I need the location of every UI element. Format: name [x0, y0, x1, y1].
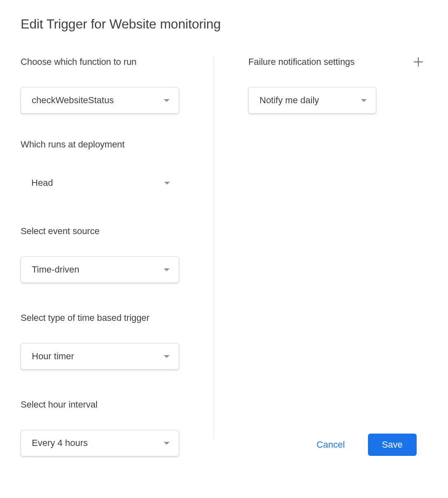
edit-trigger-dialog: Edit Trigger for Website monitoring Choo…: [0, 0, 448, 486]
chevron-down-icon: [361, 99, 367, 102]
trigger-type-label: Select type of time based trigger: [21, 313, 193, 323]
trigger-type-value: Hour timer: [32, 351, 74, 362]
deployment-value: Head: [31, 178, 53, 188]
event-source-value: Time-driven: [32, 264, 79, 275]
deployment-label: Which runs at deployment: [21, 139, 193, 150]
deployment-field: Which runs at deployment Head: [21, 139, 193, 196]
trigger-type-field: Select type of time based trigger Hour t…: [21, 313, 193, 370]
event-source-select[interactable]: Time-driven: [21, 256, 179, 283]
event-source-field: Select event source Time-driven: [21, 226, 193, 283]
left-column: Choose which function to run checkWebsit…: [21, 57, 214, 486]
function-value: checkWebsiteStatus: [32, 95, 114, 106]
interval-field: Select hour interval Every 4 hours: [21, 399, 193, 456]
interval-value: Every 4 hours: [32, 438, 88, 448]
chevron-down-icon: [164, 355, 170, 358]
dialog-title: Edit Trigger for Website monitoring: [21, 17, 427, 32]
function-label: Choose which function to run: [21, 57, 193, 67]
chevron-down-icon: [164, 182, 170, 185]
vertical-divider: [214, 57, 214, 439]
deployment-select[interactable]: Head: [21, 170, 179, 196]
dialog-body: Choose which function to run checkWebsit…: [21, 57, 427, 486]
dialog-footer: Cancel Save: [311, 434, 417, 456]
chevron-down-icon: [164, 99, 170, 102]
save-button[interactable]: Save: [368, 434, 417, 456]
event-source-label: Select event source: [21, 226, 193, 237]
notification-value: Notify me daily: [259, 95, 319, 106]
chevron-down-icon: [164, 442, 170, 445]
notification-label: Failure notification settings: [248, 57, 355, 67]
interval-select[interactable]: Every 4 hours: [21, 430, 179, 456]
cancel-button[interactable]: Cancel: [311, 436, 349, 453]
interval-label: Select hour interval: [21, 399, 193, 410]
trigger-type-select[interactable]: Hour timer: [21, 343, 179, 370]
notification-header: Failure notification settings: [248, 57, 427, 67]
function-field: Choose which function to run checkWebsit…: [21, 57, 193, 114]
notification-select[interactable]: Notify me daily: [248, 87, 376, 114]
chevron-down-icon: [164, 268, 170, 271]
plus-icon[interactable]: [413, 57, 423, 67]
function-select[interactable]: checkWebsiteStatus: [21, 87, 179, 114]
right-column: Failure notification settings Notify me …: [214, 57, 427, 486]
